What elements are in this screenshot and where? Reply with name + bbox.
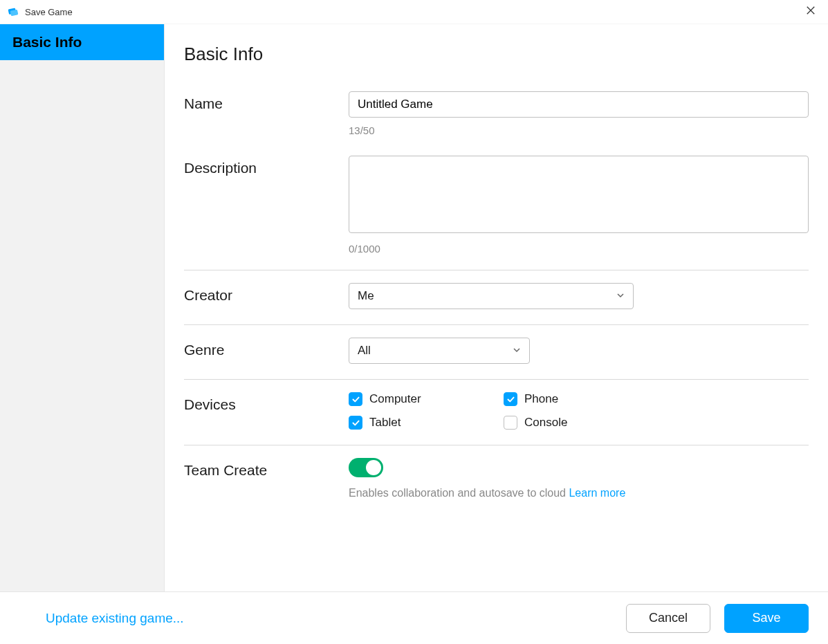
- field-team-create: Team Create Enables collaboration and au…: [184, 451, 809, 512]
- creator-label: Creator: [184, 283, 349, 304]
- sidebar: Basic Info: [0, 24, 165, 591]
- main-panel: Basic Info Name 13/50 Description 0/1000…: [165, 24, 828, 591]
- device-checkbox-tablet[interactable]: Tablet: [349, 416, 504, 430]
- checkbox-icon: [349, 416, 362, 430]
- name-label: Name: [184, 91, 349, 112]
- name-counter: 13/50: [349, 125, 809, 136]
- team-create-label: Team Create: [184, 458, 349, 479]
- checkbox-icon: [349, 392, 362, 406]
- field-devices: Devices Computer Phone Tablet: [184, 385, 809, 445]
- description-label: Description: [184, 156, 349, 176]
- device-label: Phone: [524, 392, 558, 406]
- chevron-down-icon: [513, 344, 521, 358]
- cancel-button[interactable]: Cancel: [626, 604, 710, 633]
- genre-select[interactable]: All: [349, 338, 530, 364]
- device-label: Console: [524, 416, 567, 430]
- field-name: Name 13/50: [184, 84, 809, 149]
- update-existing-link[interactable]: Update existing game...: [46, 611, 612, 626]
- chevron-down-icon: [616, 289, 625, 303]
- creator-select[interactable]: Me: [349, 283, 634, 309]
- name-input[interactable]: [349, 91, 809, 118]
- window-title: Save Game: [25, 7, 800, 17]
- app-icon: [7, 6, 19, 18]
- devices-label: Devices: [184, 392, 349, 413]
- field-creator: Creator Me: [184, 276, 809, 325]
- description-input[interactable]: [349, 156, 809, 233]
- learn-more-link[interactable]: Learn more: [569, 487, 625, 499]
- genre-value: All: [358, 344, 371, 358]
- field-genre: Genre All: [184, 331, 809, 380]
- team-create-hint: Enables collaboration and autosave to cl…: [349, 487, 809, 499]
- footer: Update existing game... Cancel Save: [0, 591, 828, 644]
- sidebar-item-label: Basic Info: [12, 34, 82, 50]
- team-create-toggle[interactable]: [349, 458, 383, 477]
- toggle-knob: [366, 460, 381, 475]
- genre-label: Genre: [184, 338, 349, 358]
- checkbox-icon: [504, 392, 517, 406]
- description-counter: 0/1000: [349, 243, 809, 255]
- field-description: Description 0/1000: [184, 149, 809, 270]
- titlebar: Save Game: [0, 0, 828, 24]
- sidebar-item-basic-info[interactable]: Basic Info: [0, 24, 164, 60]
- page-title: Basic Info: [184, 44, 809, 65]
- device-label: Computer: [369, 392, 421, 406]
- device-checkbox-computer[interactable]: Computer: [349, 392, 504, 406]
- device-checkbox-console[interactable]: Console: [504, 416, 659, 430]
- save-button[interactable]: Save: [724, 604, 809, 633]
- checkbox-icon: [504, 416, 517, 430]
- creator-value: Me: [358, 289, 374, 303]
- device-checkbox-phone[interactable]: Phone: [504, 392, 659, 406]
- close-icon[interactable]: [800, 6, 821, 18]
- device-label: Tablet: [369, 416, 401, 430]
